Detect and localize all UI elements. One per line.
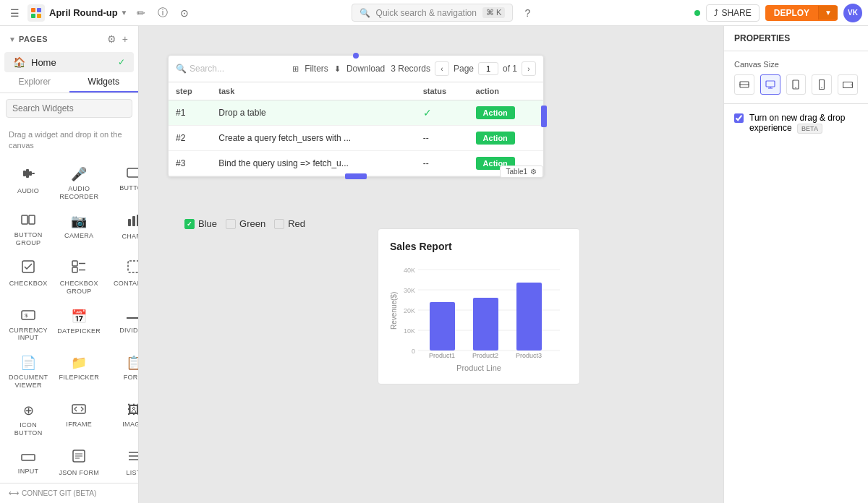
- download-label[interactable]: Download: [346, 64, 385, 74]
- search-widgets-input[interactable]: [6, 99, 132, 118]
- checkbox-red-box[interactable]: [274, 219, 284, 229]
- widget-container[interactable]: CONTAINER: [107, 254, 138, 300]
- action-button-2[interactable]: Action: [476, 132, 515, 145]
- widget-filepicker[interactable]: 📁 FILEPICKER: [54, 349, 104, 394]
- device-expand-icon[interactable]: [734, 74, 754, 95]
- tab-explorer[interactable]: Explorer: [0, 72, 69, 93]
- cell-action-2[interactable]: Action: [469, 126, 543, 151]
- svg-text:$: $: [25, 312, 28, 319]
- cell-action-1[interactable]: Action: [469, 100, 543, 126]
- action-button-1[interactable]: Action: [476, 106, 515, 119]
- widget-camera[interactable]: 📷 CAMERA: [54, 207, 104, 252]
- svg-rect-13: [137, 215, 138, 226]
- deploy-dropdown-arrow[interactable]: ▼: [818, 6, 838, 20]
- widget-input[interactable]: INPUT: [6, 444, 51, 481]
- checkbox-blue-box[interactable]: ✓: [184, 219, 195, 229]
- help-icon[interactable]: ?: [519, 4, 536, 22]
- widget-icon-button[interactable]: ⊕ ICON BUTTON: [6, 397, 51, 442]
- widget-audio-label: AUDIO: [17, 187, 39, 195]
- svg-rect-11: [128, 219, 131, 226]
- resize-handle-top[interactable]: [353, 53, 359, 59]
- widget-icon-button-label: ICON BUTTON: [9, 421, 48, 437]
- pages-add-button[interactable]: +: [121, 32, 129, 46]
- chart-icon: [127, 213, 138, 230]
- settings-icon[interactable]: ⊙: [176, 4, 193, 22]
- info-icon[interactable]: ⓘ: [154, 4, 171, 22]
- page-next-button[interactable]: ›: [522, 61, 536, 76]
- page-input[interactable]: [478, 62, 498, 75]
- resize-handle-right[interactable]: [541, 106, 547, 127]
- svg-point-58: [796, 87, 797, 89]
- widget-checkbox[interactable]: CHECKBOX: [6, 254, 51, 300]
- widget-document-viewer[interactable]: 📄 DOCUMENT VIEWER: [6, 349, 51, 394]
- page-item-home[interactable]: 🏠 Home ✓: [4, 52, 134, 72]
- device-mobile-portrait-icon[interactable]: [812, 74, 832, 95]
- deploy-main-label[interactable]: DEPLOY: [765, 5, 818, 21]
- drag-drop-toggle-label: Turn on new drag & drop experience BETA: [749, 113, 858, 133]
- widget-divider[interactable]: DIVIDER: [107, 303, 138, 347]
- widget-chart-label: CHART: [122, 233, 138, 241]
- bar-product1: [430, 302, 455, 351]
- checkbox-red-label: Red: [288, 218, 305, 229]
- widget-form-label: FORM: [124, 374, 138, 382]
- device-desktop-icon[interactable]: [760, 74, 780, 95]
- widget-form[interactable]: 📋 FORM: [107, 349, 138, 394]
- checkbox-blue[interactable]: ✓ Blue: [184, 218, 217, 229]
- chart-x-axis-label: Product Line: [390, 364, 568, 372]
- table-search[interactable]: 🔍 Search...: [176, 64, 286, 74]
- canvas-size-label: Canvas Size: [734, 60, 858, 69]
- table-row[interactable]: #3 Bind the query using => fetch_u... --…: [169, 151, 543, 176]
- table-settings-icon[interactable]: ⚙: [530, 168, 537, 176]
- deploy-button[interactable]: DEPLOY ▼: [765, 5, 838, 21]
- page-prev-button[interactable]: ‹: [435, 61, 449, 76]
- canvas: 🔍 Search... ⊞ Filters ⬇ Download 3 Recor…: [139, 26, 723, 503]
- widget-chart[interactable]: CHART: [107, 207, 138, 252]
- button-group-icon: [21, 213, 35, 228]
- widget-container-label: CONTAINER: [114, 280, 138, 288]
- widget-currency-input[interactable]: $ CURRENCY INPUT: [6, 303, 51, 347]
- widget-list[interactable]: LIST: [107, 444, 138, 481]
- device-tablet-icon[interactable]: [786, 74, 807, 95]
- widget-json-form[interactable]: JSON FORM: [54, 444, 104, 481]
- widget-audio-recorder[interactable]: 🎤 AUDIO RECORDER: [54, 160, 104, 205]
- table-row[interactable]: #1 Drop a table ✓ Action: [169, 100, 543, 126]
- table-row[interactable]: #2 Create a query fetch_users with ... -…: [169, 126, 543, 151]
- widget-image[interactable]: 🖼 IMAGE: [107, 397, 138, 442]
- dropdown-chevron-icon[interactable]: ▼: [121, 9, 128, 17]
- connect-git-button[interactable]: ⟷ CONNECT GIT (BETA): [0, 483, 138, 503]
- audio-icon: [21, 166, 35, 184]
- canvas-inner: 🔍 Search... ⊞ Filters ⬇ Download 3 Recor…: [139, 26, 723, 460]
- resize-handle-bottom[interactable]: [345, 173, 367, 179]
- share-button[interactable]: ⤴ SHARE: [706, 4, 759, 22]
- iframe-icon: [72, 403, 86, 418]
- filters-label[interactable]: Filters: [305, 64, 328, 74]
- widget-checkbox-group[interactable]: CHECKBOX GROUP: [54, 254, 104, 300]
- hamburger-icon[interactable]: ☰: [6, 4, 23, 22]
- widget-divider-label: DIVIDER: [119, 327, 138, 335]
- checkbox-red[interactable]: Red: [274, 218, 305, 229]
- tab-widgets[interactable]: Widgets: [69, 72, 139, 93]
- cell-task-1: Drop a table: [211, 100, 415, 126]
- widget-datepicker[interactable]: 📅 DATEPICKER: [54, 303, 104, 347]
- widget-filepicker-label: FILEPICKER: [59, 374, 99, 382]
- widget-button[interactable]: BUTTON: [107, 160, 138, 205]
- widget-button-group[interactable]: BUTTON GROUP: [6, 207, 51, 252]
- quick-search-bar[interactable]: 🔍 Quick search & navigation ⌘ K: [352, 4, 514, 22]
- container-icon: [127, 260, 138, 277]
- sidebar: ▼ PAGES ⚙ + 🏠 Home ✓ Explorer Widgets Dr…: [0, 26, 139, 503]
- currency-input-icon: $: [21, 309, 35, 324]
- drag-drop-toggle[interactable]: [734, 113, 744, 123]
- pages-settings-button[interactable]: ⚙: [106, 32, 118, 46]
- checkbox-green-box[interactable]: [226, 219, 236, 229]
- pages-header: ▼ PAGES ⚙ +: [0, 26, 138, 52]
- widget-iframe[interactable]: IFRAME: [54, 397, 104, 442]
- connect-git-icon: ⟷: [9, 489, 19, 497]
- widget-audio[interactable]: AUDIO: [6, 160, 51, 205]
- app-title[interactable]: April Round-up ▼: [49, 7, 128, 18]
- checkbox-green[interactable]: Green: [226, 218, 265, 229]
- widget-datepicker-label: DATEPICKER: [57, 327, 101, 335]
- svg-point-60: [822, 87, 822, 88]
- edit-icon[interactable]: ✏: [132, 4, 150, 22]
- avatar[interactable]: VK: [843, 4, 862, 22]
- device-mobile-landscape-icon[interactable]: [838, 74, 858, 95]
